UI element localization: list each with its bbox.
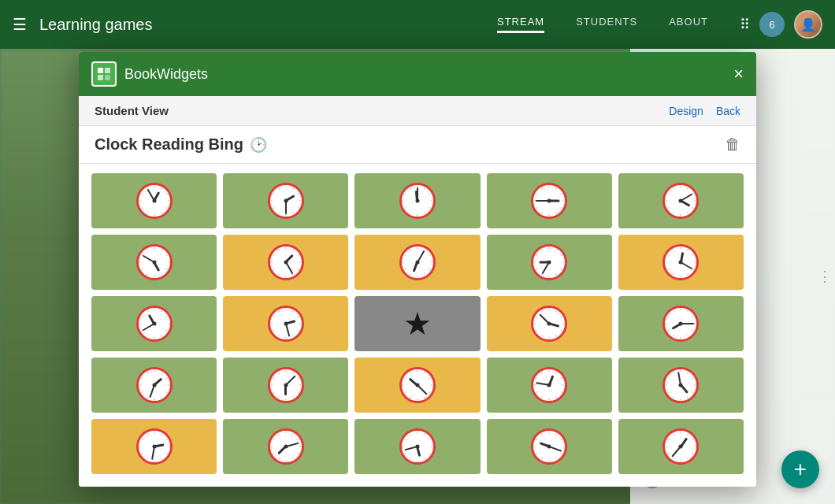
bingo-cell[interactable]: [354, 235, 480, 290]
svg-line-14: [141, 194, 143, 195]
svg-line-270: [561, 439, 562, 440]
svg-line-110: [536, 255, 538, 256]
svg-line-96: [405, 269, 406, 270]
svg-line-230: [668, 378, 670, 379]
bingo-cell[interactable]: [618, 358, 744, 413]
svg-line-147: [278, 311, 279, 313]
svg-line-99: [410, 250, 410, 251]
svg-line-290: [668, 439, 670, 440]
svg-line-54: [692, 194, 694, 195]
svg-line-144: [273, 331, 274, 332]
svg-line-90: [429, 255, 431, 256]
svg-line-264: [405, 454, 406, 454]
widget-title: Clock Reading Bing 🕑: [95, 135, 267, 154]
bingo-cell[interactable]: [354, 419, 480, 474]
svg-line-60: [668, 208, 670, 209]
clock-center: [152, 261, 156, 265]
clock-face: [268, 183, 304, 219]
bingo-cell[interactable]: [91, 235, 217, 290]
svg-line-195: [278, 372, 279, 374]
svg-line-191: [278, 397, 279, 398]
svg-line-153: [556, 335, 557, 337]
bingo-cell[interactable]: [223, 173, 348, 228]
nav-stream[interactable]: STREAM: [497, 16, 544, 33]
svg-line-246: [298, 439, 299, 440]
clock-center: [547, 261, 551, 265]
svg-line-251: [278, 458, 279, 460]
svg-line-254: [273, 439, 274, 440]
bingo-cell[interactable]: [618, 173, 744, 228]
svg-line-5: [161, 188, 161, 190]
bingo-cell[interactable]: ★: [354, 296, 480, 351]
clock-center: [679, 199, 683, 203]
svg-line-258: [429, 439, 431, 440]
svg-line-282: [692, 439, 694, 440]
nav-about[interactable]: ABOUT: [669, 16, 708, 33]
minute-hand: [681, 323, 694, 324]
svg-line-197: [424, 372, 425, 374]
clock-face: [399, 428, 436, 465]
svg-line-203: [410, 397, 410, 398]
notification-badge[interactable]: 6: [759, 12, 785, 37]
svg-line-164: [692, 331, 694, 332]
svg-line-78: [298, 255, 299, 256]
svg-line-243: [147, 434, 147, 435]
clock-center: [284, 445, 288, 449]
bingo-cell[interactable]: [223, 419, 348, 474]
bingo-cell[interactable]: [487, 419, 612, 474]
trash-button[interactable]: 🗑: [725, 135, 740, 154]
bingo-cell[interactable]: [354, 173, 480, 228]
nav-students[interactable]: STUDENTS: [576, 16, 637, 33]
nav-right: ⠿ 6 👤: [740, 10, 822, 39]
svg-line-77: [292, 250, 293, 251]
bingo-cell[interactable]: [91, 419, 217, 474]
svg-line-87: [278, 250, 279, 251]
svg-line-50: [536, 194, 538, 195]
bingo-cell[interactable]: [91, 173, 217, 228]
svg-line-186: [298, 378, 299, 379]
bingo-cell[interactable]: [487, 235, 612, 290]
bingo-cell[interactable]: [487, 358, 612, 413]
menu-icon[interactable]: ☰: [13, 15, 27, 34]
avatar[interactable]: 👤: [794, 10, 822, 39]
svg-line-233: [161, 434, 161, 435]
clock-center: [152, 199, 156, 203]
svg-line-102: [561, 255, 562, 256]
grid-icon[interactable]: ⠿: [740, 16, 750, 33]
bingo-cell[interactable]: [91, 358, 217, 413]
student-view-title: Student View: [95, 104, 169, 117]
modal-close-button[interactable]: ×: [733, 65, 744, 83]
svg-line-24: [273, 208, 274, 209]
bingo-grid: ★: [79, 164, 756, 487]
bingo-cell[interactable]: [91, 296, 217, 351]
svg-line-177: [161, 397, 161, 398]
bingo-cell[interactable]: [223, 358, 348, 413]
clock-center: [679, 322, 683, 326]
svg-line-237: [161, 458, 161, 460]
svg-line-56: [692, 208, 694, 209]
svg-line-284: [692, 454, 694, 454]
bingo-cell[interactable]: [223, 296, 348, 351]
svg-line-146: [273, 317, 274, 317]
bingo-cell[interactable]: [487, 173, 612, 228]
svg-line-140: [298, 331, 299, 332]
bingo-cell[interactable]: [223, 235, 348, 290]
clock-face: [531, 306, 567, 342]
bingo-cell[interactable]: [487, 296, 612, 351]
svg-line-227: [674, 397, 674, 398]
bingo-cell[interactable]: [618, 235, 744, 290]
svg-line-51: [542, 188, 543, 190]
svg-line-120: [668, 269, 670, 270]
svg-line-210: [561, 378, 562, 379]
clock-center: [284, 199, 288, 203]
bingo-cell[interactable]: [354, 358, 480, 413]
nav-links: STREAM STUDENTS ABOUT: [497, 16, 708, 33]
bingo-cell[interactable]: [618, 296, 744, 351]
svg-line-239: [147, 458, 147, 460]
svg-line-12: [141, 208, 143, 209]
svg-line-189: [292, 397, 293, 398]
design-link[interactable]: Design: [669, 105, 703, 117]
bingo-cell[interactable]: [618, 419, 744, 474]
back-link[interactable]: Back: [716, 105, 740, 117]
svg-line-42: [561, 194, 562, 195]
